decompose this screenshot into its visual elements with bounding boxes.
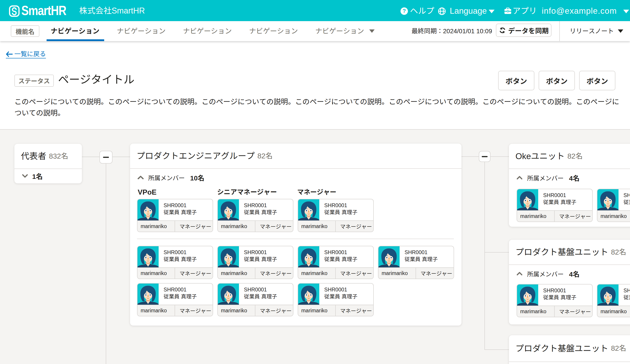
svg-text:?: ?	[402, 8, 406, 14]
